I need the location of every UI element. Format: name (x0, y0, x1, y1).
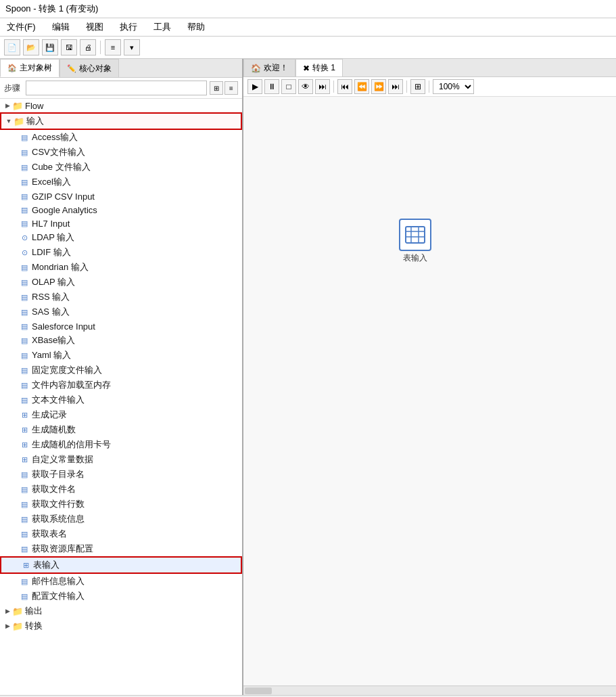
tree-item-getfilename[interactable]: ▤ 获取文件名 (0, 482, 242, 497)
tab-main-objects[interactable]: 🏠 主对象树 (0, 59, 60, 77)
canvas-hscroll[interactable] (243, 685, 616, 695)
tree-item-olap[interactable]: ▤ OLAP 输入 (0, 275, 242, 290)
tree-item-rss[interactable]: ▤ RSS 输入 (0, 290, 242, 305)
hscroll-thumb[interactable] (245, 688, 272, 694)
tree-item-loadmem[interactable]: ▤ 文件内容加载至内存 (0, 378, 242, 392)
tree-item-genrandom[interactable]: ⊞ 生成随机数 (0, 422, 242, 437)
rt-btn-grid[interactable]: ⊞ (410, 79, 425, 94)
tree-label-hl7: HL7 Input (32, 219, 70, 229)
rt-sep-3 (429, 81, 429, 93)
steps-label: 步骤 (4, 83, 20, 94)
toolbar-down[interactable]: ▾ (124, 39, 140, 55)
toolbar-layers[interactable]: ≡ (105, 39, 121, 55)
tree-item-fixed[interactable]: ▤ 固定宽度文件输入 (0, 363, 242, 378)
tree-container[interactable]: ▶ 📁 Flow ▼ 📁 输入 ▤ Access输入 ▤ CSV文件输入 (0, 99, 242, 695)
item-icon-getfilerows: ▤ (19, 499, 30, 510)
menu-view[interactable]: 视图 (82, 20, 108, 35)
menu-help[interactable]: 帮助 (183, 20, 209, 35)
tree-item-configinput[interactable]: ▤ 配置文件输入 (0, 589, 242, 604)
item-icon-loadmem: ▤ (19, 380, 30, 390)
tree-item-yaml[interactable]: ▤ Yaml 输入 (0, 348, 242, 363)
toolbar-new[interactable]: 📄 (4, 39, 20, 55)
tree-expand-flow[interactable]: ▶ (3, 101, 12, 110)
tree-item-getrepo[interactable]: ▤ 获取资源库配置 (0, 541, 242, 556)
rt-btn-play[interactable]: ▶ (247, 79, 262, 94)
item-icon-genrecords: ⊞ (19, 409, 30, 420)
menu-edit[interactable]: 编辑 (48, 20, 74, 35)
item-icon-constdata: ⊞ (19, 454, 30, 465)
tree-label-yaml: Yaml 输入 (32, 349, 71, 361)
rt-btn-preview[interactable]: 👁 (298, 79, 313, 94)
toolbar-print[interactable]: 🖨 (80, 39, 96, 55)
steps-icon-btn-1[interactable]: ⊞ (210, 81, 223, 95)
tree-item-gzip[interactable]: ▤ GZIP CSV Input (0, 189, 242, 203)
right-tab-welcome[interactable]: 🏠 欢迎！ (243, 59, 295, 76)
tree-label-mondrian: Mondrian 输入 (32, 261, 89, 273)
item-icon-csv: ▤ (19, 147, 30, 158)
canvas-area[interactable]: 表输入 (243, 97, 616, 685)
item-icon-access: ▤ (19, 132, 30, 143)
main-layout: 🏠 主对象树 ✏️ 核心对象 步骤 ⊞ ≡ ▶ 📁 Flow (0, 59, 616, 695)
tree-item-tableinput[interactable]: ⊞ 表输入 (0, 556, 242, 574)
tab-main-objects-icon: 🏠 (7, 64, 17, 72)
right-tab-welcome-label: 欢迎！ (264, 62, 288, 74)
tree-item-cube[interactable]: ▤ Cube 文件输入 (0, 160, 242, 175)
rt-btn-step-back[interactable]: ⏪ (354, 79, 369, 94)
item-icon-gencc: ⊞ (19, 439, 30, 450)
rt-btn-pause[interactable]: ⏸ (264, 79, 279, 94)
item-icon-fixed: ▤ (19, 365, 30, 376)
rt-btn-fast[interactable]: ⏭ (315, 79, 330, 94)
tree-item-ldif[interactable]: ⊙ LDIF 输入 (0, 245, 242, 260)
tree-item-flow[interactable]: ▶ 📁 Flow (0, 99, 242, 112)
tree-expand-input[interactable]: ▼ (4, 116, 14, 126)
tree-item-textinput[interactable]: ▤ 文本文件输入 (0, 392, 242, 407)
tree-expand-transform[interactable]: ▶ (3, 621, 12, 631)
steps-search-input[interactable] (26, 81, 207, 95)
tree-item-xbase[interactable]: ▤ XBase输入 (0, 333, 242, 348)
right-tab-transform1[interactable]: ✖ 转换 1 (295, 59, 343, 76)
tree-item-excel[interactable]: ▤ Excel输入 (0, 175, 242, 189)
left-tab-bar: 🏠 主对象树 ✏️ 核心对象 (0, 59, 242, 78)
canvas-node-tableinput[interactable]: 表输入 (399, 219, 431, 264)
tree-expand-output[interactable]: ▶ (3, 606, 12, 616)
tree-item-output[interactable]: ▶ 📁 输出 (0, 604, 242, 619)
right-tab-bar: 🏠 欢迎！ ✖ 转换 1 (243, 59, 616, 77)
tab-core-objects[interactable]: ✏️ 核心对象 (60, 59, 119, 77)
menu-file[interactable]: 文件(F) (3, 20, 40, 35)
tree-item-constdata[interactable]: ⊞ 自定义常量数据 (0, 452, 242, 467)
toolbar-save[interactable]: 💾 (42, 39, 58, 55)
tree-label-olap: OLAP 输入 (32, 276, 75, 288)
tree-item-genrecords[interactable]: ⊞ 生成记录 (0, 407, 242, 422)
rt-btn-stop[interactable]: □ (281, 79, 296, 94)
tree-item-csv[interactable]: ▤ CSV文件输入 (0, 145, 242, 160)
toolbar-saveas[interactable]: 🖫 (61, 39, 77, 55)
tree-item-google[interactable]: ▤ Google Analytics (0, 203, 242, 217)
rt-btn-step-back-end[interactable]: ⏮ (337, 79, 352, 94)
tree-item-access[interactable]: ▤ Access输入 (0, 130, 242, 145)
tree-item-mondrian[interactable]: ▤ Mondrian 输入 (0, 260, 242, 275)
tree-item-gettables[interactable]: ▤ 获取表名 (0, 526, 242, 541)
tree-label-getfilerows: 获取文件行数 (32, 498, 85, 510)
menu-tools[interactable]: 工具 (149, 20, 175, 35)
toolbar-open[interactable]: 📂 (23, 39, 39, 55)
tree-item-ldap[interactable]: ⊙ LDAP 输入 (0, 230, 242, 245)
steps-icon-btn-2[interactable]: ≡ (224, 81, 238, 95)
tree-item-getsubdir[interactable]: ▤ 获取子目录名 (0, 467, 242, 482)
item-icon-salesforce: ▤ (19, 321, 30, 332)
tree-item-hl7[interactable]: ▤ HL7 Input (0, 217, 242, 230)
tree-item-getfilerows[interactable]: ▤ 获取文件行数 (0, 497, 242, 512)
tree-item-gencc[interactable]: ⊞ 生成随机的信用卡号 (0, 437, 242, 452)
tree-item-getsysinfo[interactable]: ▤ 获取系统信息 (0, 512, 242, 526)
tree-item-mailinput[interactable]: ▤ 邮件信息输入 (0, 574, 242, 589)
tree-item-sas[interactable]: ▤ SAS 输入 (0, 305, 242, 319)
tree-item-salesforce[interactable]: ▤ Salesforce Input (0, 319, 242, 333)
tree-label-getsubdir: 获取子目录名 (32, 468, 85, 480)
rt-btn-step-fwd[interactable]: ⏩ (371, 79, 386, 94)
tree-item-input[interactable]: ▼ 📁 输入 (0, 112, 242, 130)
tab-main-objects-label: 主对象树 (20, 62, 52, 74)
tree-item-transform[interactable]: ▶ 📁 转换 (0, 619, 242, 633)
rt-sep-1 (333, 81, 334, 93)
rt-btn-step-end[interactable]: ⏭ (388, 79, 403, 94)
menu-run[interactable]: 执行 (116, 20, 141, 35)
zoom-select[interactable]: 100% 75% 50% 150% (433, 79, 474, 94)
